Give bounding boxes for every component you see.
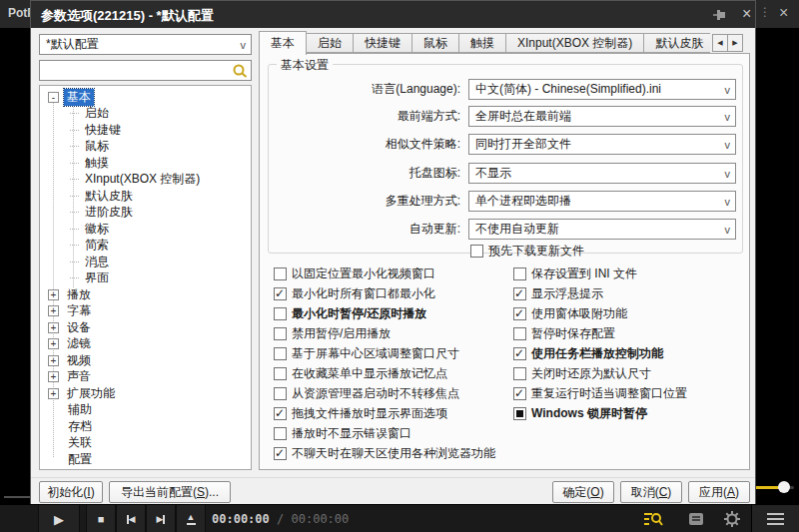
export-config-button[interactable]: 导出当前配置(S)... <box>109 481 231 503</box>
option-checkbox[interactable]: 重复运行时适当调整窗口位置 <box>513 383 687 403</box>
tree-item[interactable]: 滤镜 <box>40 336 251 353</box>
tab-scroll-right-button[interactable]: ▶ <box>727 34 743 52</box>
option-checkbox[interactable]: 在收藏菜单中显示播放记忆点 <box>274 363 447 383</box>
option-checkbox[interactable]: 最小化时暂停/还原时播放 <box>274 303 426 323</box>
tray-icon-select[interactable]: 不显示v <box>468 163 736 184</box>
option-checkbox[interactable]: 从资源管理器启动时不转移焦点 <box>274 383 459 403</box>
tree-expander-icon[interactable] <box>48 371 59 382</box>
checkbox-icon <box>274 327 287 340</box>
tree-item[interactable]: 关联 <box>40 435 251 452</box>
search-icon[interactable] <box>232 63 248 82</box>
option-checkbox[interactable]: Windows 锁屏时暂停 <box>513 403 647 423</box>
seekbar[interactable] <box>4 496 30 498</box>
option-checkbox[interactable]: 基于屏幕中心区域调整窗口尺寸 <box>274 343 459 363</box>
similar-files-select[interactable]: 同时打开全部文件v <box>468 134 736 155</box>
tree-expander-icon[interactable] <box>48 388 59 399</box>
tree-expander-icon[interactable] <box>48 322 59 333</box>
tree-item[interactable]: XInput(XBOX 控制器) <box>40 172 251 189</box>
tree-item[interactable]: 存档 <box>40 418 251 435</box>
profile-select[interactable]: *默认配置 v <box>39 34 252 55</box>
tree-expander-icon[interactable] <box>48 338 59 349</box>
tree-item[interactable]: 声音 <box>40 369 251 386</box>
tree-item[interactable]: 触摸 <box>40 155 251 172</box>
cancel-button[interactable]: 取消(C) <box>620 481 682 503</box>
tree-expander-icon[interactable] <box>48 355 59 366</box>
tree-item[interactable]: 界面 <box>40 270 251 287</box>
dialog-title: 参数选项(221215) - *默认配置 <box>41 7 214 25</box>
tree-item[interactable]: 简索 <box>40 238 251 255</box>
option-checkbox[interactable]: 拖拽文件播放时显示界面选项 <box>274 403 447 423</box>
previous-button[interactable]: ◀ <box>116 505 146 532</box>
tree-item[interactable]: 字幕 <box>40 303 251 320</box>
tree-item-label: 鼠标 <box>82 138 112 155</box>
option-checkbox[interactable]: 不聊天时在聊天区使用各种浏览器功能 <box>274 443 495 463</box>
play-button[interactable]: ▶ <box>38 505 80 532</box>
open-media-button[interactable]: ▲ <box>176 505 206 532</box>
volume-knob[interactable] <box>778 481 790 493</box>
tree-expander-icon[interactable] <box>48 305 59 316</box>
tree-item[interactable]: 徽标 <box>40 221 251 238</box>
next-button[interactable]: ▶ <box>146 505 176 532</box>
option-checkbox[interactable]: 使用窗体吸附功能 <box>513 303 627 323</box>
ok-button[interactable]: 确定(O) <box>552 481 614 503</box>
tree-item[interactable]: 基本 <box>40 89 251 106</box>
checkbox-label: 暂停时保存配置 <box>531 325 615 342</box>
stop-button[interactable]: ■ <box>86 505 116 532</box>
main-close-icon[interactable]: × <box>779 3 788 23</box>
option-checkbox[interactable]: 使用任务栏播放控制功能 <box>513 343 663 363</box>
tree-item[interactable]: 鼠标 <box>40 139 251 156</box>
apply-button[interactable]: 应用(A) <box>688 481 750 503</box>
option-checkbox[interactable]: 关闭时还原为默认尺寸 <box>513 363 651 383</box>
playlist-search-button[interactable] <box>642 511 664 527</box>
dialog-close-icon[interactable]: × <box>738 4 755 24</box>
message-panel-button[interactable] <box>685 511 707 527</box>
tab[interactable]: 启始 <box>306 33 354 53</box>
tab-scroll-left-button[interactable]: ◀ <box>712 34 728 52</box>
tree-item[interactable]: 辅助 <box>40 402 251 419</box>
tab-label: XInput(XBOX 控制器) <box>517 35 632 52</box>
setting-label: 多重处理方式: <box>269 191 460 212</box>
tab[interactable]: 基本 <box>259 31 307 55</box>
tab[interactable]: 快捷键 <box>353 33 412 53</box>
language-select[interactable]: 中文(简体) - Chinese(Simplified).iniv <box>468 79 736 100</box>
option-checkbox[interactable]: 禁用暂停/启用播放 <box>274 323 391 343</box>
checkbox-label: 播放时不显示错误窗口 <box>292 425 411 442</box>
preferences-dialog: 参数选项(221215) - *默认配置 × *默认配置 v 基本 <box>30 0 756 505</box>
tree-item[interactable]: 扩展功能 <box>40 385 251 402</box>
tab[interactable]: 鼠标 <box>411 33 459 53</box>
tree-item[interactable]: 消息 <box>40 254 251 270</box>
option-checkbox[interactable]: 最小化时所有窗口都最小化 <box>274 283 435 303</box>
tab[interactable]: 触摸 <box>458 33 506 53</box>
checkbox-label: 不聊天时在聊天区使用各种浏览器功能 <box>292 445 495 462</box>
stop-icon: ■ <box>98 513 105 525</box>
option-checkbox[interactable]: 显示浮悬提示 <box>513 283 603 303</box>
tree-item[interactable]: 启始 <box>40 106 251 123</box>
settings-button[interactable] <box>721 511 743 527</box>
tab[interactable]: 默认皮肤 <box>643 33 710 53</box>
tree-item[interactable]: 视频 <box>40 352 251 369</box>
tree-item[interactable]: 快捷键 <box>40 122 251 139</box>
initialize-button[interactable]: 初始化(I) <box>39 481 103 503</box>
tree-expander-icon[interactable] <box>48 92 59 103</box>
tree-item[interactable]: 默认皮肤 <box>40 188 251 205</box>
tab-label: 触摸 <box>470 35 494 52</box>
checkbox-predownload-update[interactable]: 预先下载更新文件 <box>470 241 584 261</box>
search-input[interactable] <box>42 62 227 79</box>
topmost-select[interactable]: 全屏时总在最前端v <box>468 106 736 127</box>
tree-item[interactable]: 进阶皮肤 <box>40 205 251 222</box>
option-checkbox[interactable]: 暂停时保存配置 <box>513 323 615 343</box>
tree-item[interactable]: 播放 <box>40 286 251 303</box>
pin-icon[interactable] <box>712 8 728 22</box>
multi-instance-select[interactable]: 单个进程即选即播v <box>468 191 736 212</box>
menu-button[interactable] <box>751 505 799 532</box>
eject-icon: ▲ <box>187 513 196 525</box>
auto-update-select[interactable]: 不使用自动更新v <box>468 219 736 240</box>
tree-item[interactable]: 配置 <box>40 451 251 468</box>
tree-expander-icon[interactable] <box>48 289 59 300</box>
option-checkbox[interactable]: 播放时不显示错误窗口 <box>274 423 411 443</box>
more-options-icon[interactable]: ⋮ <box>759 5 771 19</box>
option-checkbox[interactable]: 保存设置到 INI 文件 <box>513 264 637 283</box>
tab[interactable]: XInput(XBOX 控制器) <box>505 33 644 53</box>
tree-item[interactable]: 设备 <box>40 319 251 336</box>
option-checkbox[interactable]: 以固定位置最小化视频窗口 <box>274 264 435 283</box>
